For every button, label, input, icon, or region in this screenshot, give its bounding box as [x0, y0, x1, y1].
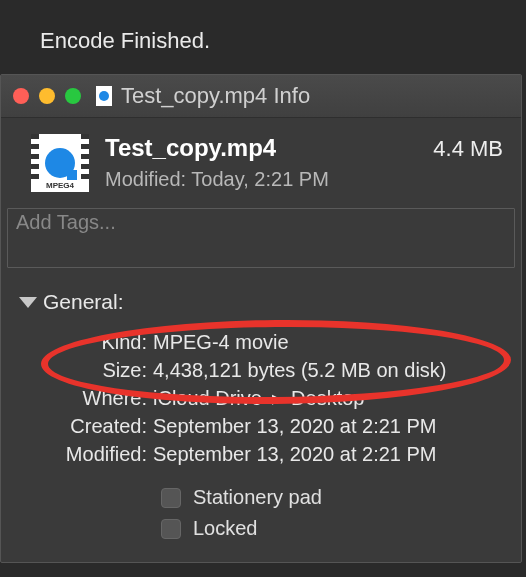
- modified-value: Today, 2:21 PM: [191, 168, 328, 190]
- info-header: MPEG4 Test_copy.mp4 Modified: Today, 2:2…: [1, 118, 521, 206]
- encode-status: Encode Finished.: [0, 0, 526, 74]
- locked-row: Locked: [161, 513, 503, 544]
- kv-row-size: Size: 4,438,121 bytes (5.2 MB on disk): [41, 356, 503, 384]
- stationery-pad-checkbox[interactable]: [161, 488, 181, 508]
- kv-value: iCloud Drive ▸ Desktop: [153, 384, 503, 412]
- file-icon-label: MPEG4: [31, 181, 89, 190]
- tags-input[interactable]: [8, 209, 514, 267]
- title-file-icon: [96, 86, 112, 106]
- kv-label: Where:: [41, 384, 153, 412]
- file-name[interactable]: Test_copy.mp4: [105, 134, 417, 162]
- disclosure-triangle-icon[interactable]: [19, 297, 37, 308]
- locked-checkbox[interactable]: [161, 519, 181, 539]
- kv-row-kind: Kind: MPEG-4 movie: [41, 328, 503, 356]
- traffic-lights: [13, 88, 81, 104]
- kv-label: Created:: [41, 412, 153, 440]
- general-section: General: Kind: MPEG-4 movie Size: 4,438,…: [1, 268, 521, 562]
- general-header[interactable]: General:: [19, 290, 503, 314]
- file-icon[interactable]: MPEG4: [31, 134, 89, 192]
- kv-value: September 13, 2020 at 2:21 PM: [153, 440, 503, 468]
- tags-field-container: [7, 208, 515, 268]
- file-size-summary: 4.4 MB: [433, 134, 503, 162]
- where-part: Desktop: [291, 387, 364, 409]
- modified-summary: Modified: Today, 2:21 PM: [105, 168, 417, 191]
- titlebar[interactable]: Test_copy.mp4 Info: [1, 75, 521, 118]
- modified-label: Modified:: [105, 168, 186, 190]
- stationery-pad-label: Stationery pad: [193, 486, 322, 509]
- info-window: Test_copy.mp4 Info MPEG4 Test_copy.mp4 M…: [0, 74, 522, 563]
- kv-row-where: Where: iCloud Drive ▸ Desktop: [41, 384, 503, 412]
- kv-label: Size:: [41, 356, 153, 384]
- close-button[interactable]: [13, 88, 29, 104]
- locked-label: Locked: [193, 517, 258, 540]
- where-part: iCloud Drive: [153, 387, 262, 409]
- general-checks: Stationery pad Locked: [19, 468, 503, 552]
- stationery-pad-row: Stationery pad: [161, 482, 503, 513]
- kv-label: Kind:: [41, 328, 153, 356]
- kv-value: MPEG-4 movie: [153, 328, 503, 356]
- minimize-button[interactable]: [39, 88, 55, 104]
- kv-value: 4,438,121 bytes (5.2 MB on disk): [153, 356, 503, 384]
- kv-value: September 13, 2020 at 2:21 PM: [153, 412, 503, 440]
- chevron-right-icon: ▸: [272, 387, 282, 409]
- general-heading-label: General:: [43, 290, 124, 314]
- window-title: Test_copy.mp4 Info: [121, 83, 310, 109]
- kv-row-modified: Modified: September 13, 2020 at 2:21 PM: [41, 440, 503, 468]
- general-kv-block: Kind: MPEG-4 movie Size: 4,438,121 bytes…: [19, 328, 503, 468]
- maximize-button[interactable]: [65, 88, 81, 104]
- kv-row-created: Created: September 13, 2020 at 2:21 PM: [41, 412, 503, 440]
- kv-label: Modified:: [41, 440, 153, 468]
